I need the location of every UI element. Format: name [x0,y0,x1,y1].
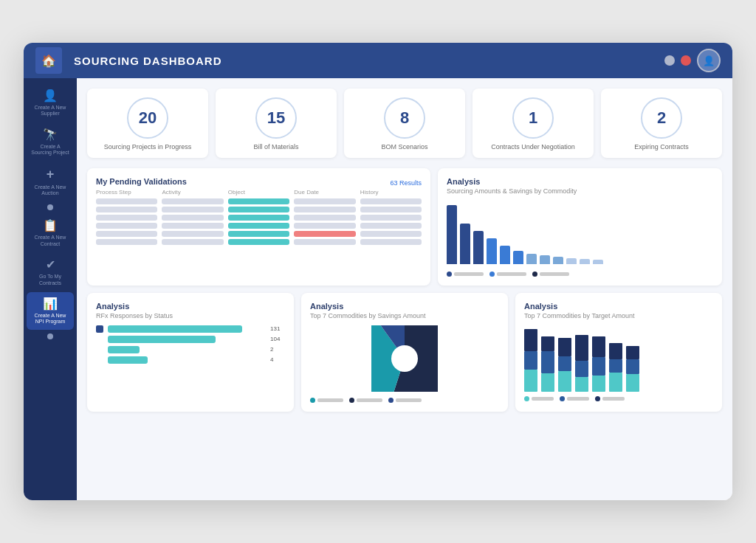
rfx-bar-wrap [108,325,266,333]
pending-validations-panel: My Pending Validations 63 Results Proces… [87,168,430,286]
home-button[interactable]: 🏠 [35,47,62,74]
analysis-sourcing-title: Analysis [447,177,713,186]
rfx-bar-wrap [108,346,266,353]
sidebar-label-sourcing-project: Create A Sourcing Project [30,144,71,156]
pending-validations-title: My Pending Validations [96,177,187,186]
new-contract-icon: 📋 [43,218,58,232]
kpi-card-1: 15 Bill of Materials [216,89,337,158]
cell [294,215,355,221]
rfx-value-2: 2 [270,346,285,353]
pie-legend-dot-2 [388,398,394,403]
stacked-legend-dot-1 [560,396,565,401]
kpi-row: 20 Sourcing Projects in Progress 15 Bill… [87,89,722,158]
new-supplier-icon: 👤 [43,89,58,103]
monitor: 🏠 SOURCING DASHBOARD 👤 👤 Create A New Su… [24,43,732,500]
rfx-title: Analysis [96,302,285,311]
pie-title: Analysis [310,302,499,311]
sidebar-item-npi-program[interactable]: 📊 Create A New NPI Program [27,292,74,330]
stacked-seg [592,357,605,376]
stacked-seg [609,343,622,359]
npi-program-icon: 📊 [43,297,58,311]
legend-dot-1 [489,272,495,277]
sidebar-label-new-contract: Create A New Contract [30,235,71,247]
sidebar-item-new-supplier[interactable]: 👤 Create A New Supplier [27,84,74,122]
cell [360,223,422,229]
cell [96,207,157,212]
sidebar-label-my-contracts: Go To My Contracts [30,274,71,286]
stacked-seg [626,346,639,359]
legend-item-2 [532,272,569,277]
bar-segment [500,246,510,264]
stacked-seg [558,356,571,371]
app: 🏠 SOURCING DASHBOARD 👤 👤 Create A New Su… [24,43,732,500]
kpi-circle-0: 20 [127,97,168,139]
sidebar-label-npi-program: Create A New NPI Program [30,313,71,325]
sourcing-legend [447,272,713,277]
stacked-seg [541,336,554,351]
header: 🏠 SOURCING DASHBOARD 👤 [24,43,732,78]
rfx-value-3: 4 [270,356,285,363]
cell [360,239,422,245]
analysis-sourcing-panel: Analysis Sourcing Amounts & Savings by C… [438,168,722,286]
kpi-card-0: 20 Sourcing Projects in Progress [87,89,208,158]
stacked-seg [609,373,622,392]
col-history: History [360,189,422,196]
stacked-bar-col [592,336,605,392]
bar-segment [473,231,484,264]
bar-segment [460,224,470,264]
sourcing-project-icon: 🔭 [43,128,58,142]
col-activity: Activity [162,189,223,196]
bar-segment [487,238,497,264]
sidebar-item-my-contracts[interactable]: ✔ Go To My Contracts [27,253,74,291]
cell [360,215,422,221]
bar-segment [566,258,577,264]
table-row [96,223,422,229]
stacked-bar-col [541,336,554,392]
kpi-circle-3: 1 [512,97,554,139]
pie-panel: Analysis Top 7 Commodities by Savings Am… [301,293,508,412]
pending-validations-results[interactable]: 63 Results [391,179,422,187]
sidebar-item-new-contract[interactable]: 📋 Create A New Contract [27,214,74,252]
cell [162,198,223,204]
pie-legend-item-0 [310,398,343,403]
sidebar-item-new-auction[interactable]: + Create A New Auction [27,162,74,201]
my-contracts-icon: ✔ [46,257,55,272]
rfx-bar-wrap [108,336,266,343]
pie-legend-dot-1 [349,398,354,403]
header-icons: 👤 [664,49,721,72]
user-avatar[interactable]: 👤 [697,49,721,72]
kpi-card-4: 2 Expiring Contracts [601,89,722,158]
stacked-subtitle: Top 7 Commodities by Target Amount [524,312,713,319]
new-auction-icon: + [47,167,55,182]
pie-subtitle: Top 7 Commodities by Savings Amount [310,312,499,319]
stacked-seg [524,329,537,351]
rfx-row-3: 4 [96,356,285,364]
sidebar-item-sourcing-project[interactable]: 🔭 Create A Sourcing Project [27,123,74,161]
stacked-seg [524,351,537,370]
cell [228,223,289,229]
rfx-bar [108,325,242,333]
table-row [96,231,422,237]
bar-segment [513,251,523,264]
cell [96,231,157,237]
sidebar-dot [47,204,53,210]
cell [360,198,422,204]
sidebar-label-new-auction: Create A New Auction [30,184,71,197]
status-dot-gray [664,55,675,66]
rfx-row-1: 104 [96,336,285,343]
stacked-seg [575,377,588,392]
stacked-title: Analysis [524,302,713,311]
rfx-chart: 131 104 [96,325,285,364]
stacked-legend-item-1 [560,396,589,401]
stacked-bar-col [626,346,639,392]
stacked-seg [575,335,588,361]
bar-segment [526,254,537,264]
rfx-value-1: 104 [270,336,285,342]
svg-point-3 [391,345,418,372]
table-row [96,215,422,221]
stacked-seg [558,338,571,356]
rfx-bar [108,356,148,364]
dashboard-content: 20 Sourcing Projects in Progress 15 Bill… [77,78,732,500]
legend-item-0 [447,272,484,277]
cell [162,231,223,237]
